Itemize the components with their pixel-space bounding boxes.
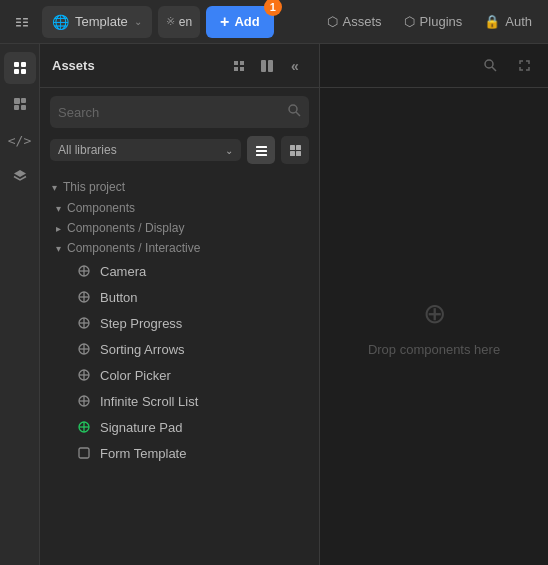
assets-icon: ⬡ (327, 14, 338, 29)
tree-item-infinite-scroll[interactable]: Infinite Scroll List (40, 388, 319, 414)
plugins-icon: ⬡ (404, 14, 415, 29)
search-icon-right[interactable] (476, 52, 504, 80)
auth-button[interactable]: 🔒 Auth (476, 10, 540, 33)
group-components-interactive-header[interactable]: ▾ Components / Interactive (40, 238, 319, 258)
filter-row: All libraries ⌄ (40, 136, 319, 172)
lang-label: en (179, 15, 192, 29)
rail-layers-icon[interactable] (4, 160, 36, 192)
filter-label: All libraries (58, 143, 117, 157)
svg-rect-11 (21, 98, 26, 103)
menu-icon[interactable] (8, 8, 36, 36)
template-icon-form-template (76, 445, 92, 461)
tree-item-camera[interactable]: Camera (40, 258, 319, 284)
section-this-project-header[interactable]: ▾ This project (40, 176, 319, 198)
tree-item-label: Camera (100, 264, 146, 279)
svg-line-48 (492, 67, 496, 71)
template-button[interactable]: 🌐 Template ⌄ (42, 6, 152, 38)
tree-item-label: Sorting Arrows (100, 342, 185, 357)
tree-item-label: Signature Pad (100, 420, 182, 435)
svg-rect-21 (290, 145, 295, 150)
assets-button[interactable]: ⬡ Assets (319, 10, 390, 33)
component-icon-color-picker (76, 367, 92, 383)
svg-line-17 (296, 112, 300, 116)
svg-rect-23 (290, 151, 295, 156)
tree-item-label: Infinite Scroll List (100, 394, 198, 409)
chevron-down-icon: ⌄ (134, 16, 142, 27)
chevron-right-icon: ▸ (56, 223, 61, 234)
svg-rect-1 (16, 21, 21, 23)
topbar: 🌐 Template ⌄ ※ en + Add 1 ⬡ Assets ⬡ Plu… (0, 0, 548, 44)
group-components-display-label: Components / Display (67, 221, 184, 235)
search-input[interactable] (58, 105, 282, 120)
svg-point-47 (485, 60, 493, 68)
svg-rect-24 (296, 151, 301, 156)
search-bar (50, 96, 309, 128)
add-button[interactable]: + Add 1 (206, 6, 274, 38)
collapse-icon[interactable]: « (283, 54, 307, 78)
rail-assets-icon[interactable] (4, 88, 36, 120)
canvas-hint: Drop components here (368, 342, 500, 357)
component-icon-infinite-scroll (76, 393, 92, 409)
group-components-label: Components (67, 201, 135, 215)
chevron-down-icon: ▾ (52, 182, 57, 193)
tree-item-signature-pad[interactable]: Signature Pad (40, 414, 319, 440)
svg-rect-10 (14, 98, 20, 104)
expand-icon[interactable] (510, 52, 538, 80)
tree-item-sorting-arrows[interactable]: Sorting Arrows (40, 336, 319, 362)
assets-header-icons: « (227, 54, 307, 78)
content-wrap: Assets « (40, 44, 548, 565)
rail-grid-icon[interactable] (4, 52, 36, 84)
lang-icon: ※ (166, 15, 175, 28)
svg-rect-8 (14, 69, 19, 74)
globe-icon: 🌐 (52, 14, 69, 30)
svg-rect-15 (268, 60, 273, 72)
right-panel-content: ⊕ Drop components here (320, 88, 548, 565)
svg-rect-5 (23, 25, 28, 27)
svg-rect-2 (16, 25, 21, 27)
svg-rect-12 (14, 105, 19, 110)
rail-code-icon[interactable]: </> (4, 124, 36, 156)
team-library-icon[interactable] (227, 54, 251, 78)
assets-panel: Assets « (40, 44, 320, 565)
tree-section-this-project: ▾ This project ▾ Components ▸ Components… (40, 176, 319, 466)
filter-chevron-icon: ⌄ (225, 145, 233, 156)
svg-rect-19 (256, 150, 267, 152)
main-area: </> Assets (0, 44, 548, 565)
auth-icon: 🔒 (484, 14, 500, 29)
tree-item-label: Step Progress (100, 316, 182, 331)
add-label: Add (234, 14, 259, 29)
group-components-header[interactable]: ▾ Components (40, 198, 319, 218)
tree-item-button[interactable]: Button (40, 284, 319, 310)
icon-rail: </> (0, 44, 40, 565)
auth-label: Auth (505, 14, 532, 29)
tree-item-color-picker[interactable]: Color Picker (40, 362, 319, 388)
tree-item-label: Form Template (100, 446, 186, 461)
library-filter[interactable]: All libraries ⌄ (50, 139, 241, 161)
chevron-down-icon: ▾ (56, 243, 61, 254)
svg-rect-13 (21, 105, 26, 110)
svg-rect-20 (256, 154, 267, 156)
grid-view-icon[interactable] (255, 54, 279, 78)
svg-point-16 (289, 105, 297, 113)
grid-view-button[interactable] (281, 136, 309, 164)
svg-rect-6 (14, 62, 19, 67)
add-badge: 1 (264, 0, 282, 16)
component-icon-step-progress (76, 315, 92, 331)
svg-rect-14 (261, 60, 266, 72)
svg-rect-3 (23, 18, 28, 20)
tree-item-step-progress[interactable]: Step Progress (40, 310, 319, 336)
right-panel-header (320, 44, 548, 88)
tree-item-form-template[interactable]: Form Template (40, 440, 319, 466)
svg-rect-4 (23, 21, 28, 23)
svg-rect-7 (21, 62, 26, 67)
component-icon-button (76, 289, 92, 305)
lang-button[interactable]: ※ en (158, 6, 200, 38)
plugins-button[interactable]: ⬡ Plugins (396, 10, 471, 33)
section-this-project-label: This project (63, 180, 125, 194)
component-icon-sorting-arrows (76, 341, 92, 357)
list-view-button[interactable] (247, 136, 275, 164)
tree-item-label: Color Picker (100, 368, 171, 383)
group-components-display-header[interactable]: ▸ Components / Display (40, 218, 319, 238)
group-components-interactive-label: Components / Interactive (67, 241, 200, 255)
svg-rect-0 (16, 18, 21, 20)
